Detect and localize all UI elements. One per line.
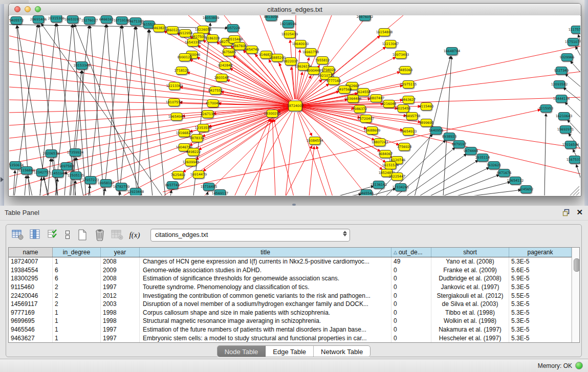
network-node[interactable]: 3267130	[201, 111, 215, 118]
network-node[interactable]: 8471676	[497, 169, 511, 177]
network-node[interactable]: 8813054	[264, 15, 278, 21]
network-node[interactable]: 20315306	[48, 15, 65, 23]
column-header-year[interactable]: year	[101, 248, 140, 257]
network-node[interactable]: 9242848	[218, 62, 232, 70]
network-node[interactable]: 12093582	[551, 81, 568, 89]
network-hub-node[interactable]: 18724007	[287, 101, 304, 111]
network-node[interactable]: 16914479	[190, 171, 207, 179]
network-node[interactable]: 15692971	[557, 126, 574, 134]
network-node[interactable]: 19218596	[280, 20, 297, 28]
network-window[interactable]: citations_edges.txt 54055722069140620315…	[8, 3, 581, 196]
network-node[interactable]: 11175751	[569, 26, 580, 34]
network-node[interactable]: 8215953	[539, 105, 553, 113]
column-header-in_degree[interactable]: in_degree	[53, 248, 101, 257]
network-node[interactable]: 12213967	[382, 40, 399, 48]
network-node[interactable]: 17016504	[562, 141, 579, 149]
network-node[interactable]: 8657741	[165, 182, 180, 189]
network-node[interactable]: 18640910	[292, 40, 309, 48]
network-node[interactable]: 8990123	[178, 54, 192, 61]
network-node[interactable]: 19384554	[307, 137, 323, 145]
network-node[interactable]: 9329966	[560, 54, 574, 61]
close-panel-icon[interactable]: ✕	[576, 208, 583, 216]
network-node[interactable]: 12444134	[553, 95, 570, 103]
network-node[interactable]: 7625402	[171, 171, 185, 179]
delete-trash-icon[interactable]	[92, 227, 107, 243]
network-node[interactable]: 14569117	[212, 190, 229, 196]
network-node[interactable]: 12213363	[166, 82, 183, 90]
network-node[interactable]: 16210643	[556, 113, 573, 120]
table-row[interactable]: 1456911722003Disruption of a novel membe…	[9, 300, 572, 309]
column-header-out_de[interactable]: △out_de...	[391, 248, 431, 257]
panel-collapse-arrow-icon[interactable]	[1, 177, 4, 182]
scrollbar-thumb[interactable]	[574, 258, 580, 272]
network-node[interactable]: 16053809	[203, 15, 220, 22]
table-row[interactable]: 977716911998Corpus callosum shape and si…	[9, 309, 572, 317]
network-node[interactable]: 12353554	[195, 124, 212, 132]
network-node[interactable]: 18495758	[404, 113, 421, 120]
network-node[interactable]: 8216046	[382, 100, 396, 108]
network-node[interactable]: 20876052	[357, 15, 374, 21]
column-header-short[interactable]: short	[431, 248, 509, 257]
column-header-name[interactable]: name	[9, 248, 53, 257]
network-node[interactable]: 20691406	[30, 16, 47, 24]
network-node[interactable]: 18107554	[166, 99, 183, 106]
select-columns-icon[interactable]	[28, 227, 43, 243]
table-row[interactable]: 946554611997Estimation of the future num…	[9, 325, 572, 334]
network-window-titlebar[interactable]: citations_edges.txt	[9, 4, 581, 16]
network-node[interactable]: 8938923	[442, 133, 456, 141]
network-node[interactable]: 15716485	[201, 183, 217, 191]
network-node[interactable]: 11675318	[567, 156, 580, 164]
network-node[interactable]: 12975115	[400, 81, 417, 89]
table-row[interactable]: 2242004622012Investigating the contribut…	[9, 291, 572, 300]
network-node[interactable]: 3684067	[378, 150, 393, 158]
row-height-icon[interactable]	[62, 227, 73, 243]
network-node[interactable]: 15751074	[565, 38, 580, 46]
network-node[interactable]: 3675685	[222, 49, 236, 56]
network-node[interactable]: 7485063	[398, 67, 412, 74]
network-node[interactable]: 7955812	[315, 57, 330, 64]
table-row[interactable]: 1830029562008Estimation of significance …	[9, 274, 572, 283]
network-node[interactable]: 6497568	[337, 86, 352, 94]
new-table-icon[interactable]	[75, 227, 90, 243]
network-node[interactable]: 7463822	[152, 25, 166, 32]
network-node[interactable]: 9245652	[519, 186, 533, 193]
network-node[interactable]: 6466161	[99, 16, 114, 24]
resize-grip-icon[interactable]	[576, 192, 579, 195]
table-row[interactable]: 1872400712008Changes of HCN gene express…	[9, 257, 572, 266]
network-node[interactable]: 16154808	[376, 29, 393, 36]
network-node[interactable]: 11451945	[50, 170, 67, 178]
float-panel-icon[interactable]	[562, 209, 570, 216]
network-node[interactable]: 9465546	[359, 190, 374, 196]
network-node[interactable]: 10653287	[64, 16, 81, 24]
network-node[interactable]: 9777169	[326, 77, 341, 85]
network-node[interactable]: 4170049	[206, 100, 220, 107]
network-node[interactable]: 8878332	[190, 135, 204, 142]
network-node[interactable]: 5405572	[9, 17, 24, 25]
table-settings-icon[interactable]	[10, 227, 26, 243]
network-node[interactable]: 3756928	[397, 143, 411, 151]
network-node[interactable]: 9463627	[401, 96, 416, 104]
table-scrollbar[interactable]	[572, 248, 579, 342]
network-node[interactable]: 15276027	[81, 17, 98, 25]
tab-network-table[interactable]: Network Table	[314, 346, 370, 357]
tab-edge-table[interactable]: Edge Table	[266, 346, 314, 357]
column-header-title[interactable]: title	[140, 248, 391, 257]
network-node[interactable]: 7986372	[353, 105, 367, 113]
network-node[interactable]: 9899695	[419, 119, 433, 127]
network-node[interactable]: 8186328	[205, 35, 220, 42]
import-table-icon[interactable]	[110, 227, 125, 243]
resize-grip-icon[interactable]	[573, 189, 579, 195]
network-node[interactable]: 17359924	[67, 149, 84, 157]
network-node[interactable]: 12505135	[68, 172, 84, 180]
network-node[interactable]: 9227349	[554, 67, 569, 75]
validate-columns-icon[interactable]	[45, 227, 60, 243]
network-node[interactable]: 10688609	[364, 127, 381, 135]
network-node[interactable]: 7632621	[487, 162, 501, 169]
network-node[interactable]: 9115460	[419, 103, 433, 111]
network-node[interactable]: 10654112	[507, 177, 524, 185]
network-node[interactable]: 15136141	[371, 181, 387, 189]
table-row[interactable]: 1938455462009Genome-wide association stu…	[9, 266, 572, 275]
network-node[interactable]: 8454749	[245, 46, 259, 54]
network-node[interactable]: 20206536	[43, 150, 60, 158]
network-node[interactable]: 9025458	[396, 105, 410, 113]
